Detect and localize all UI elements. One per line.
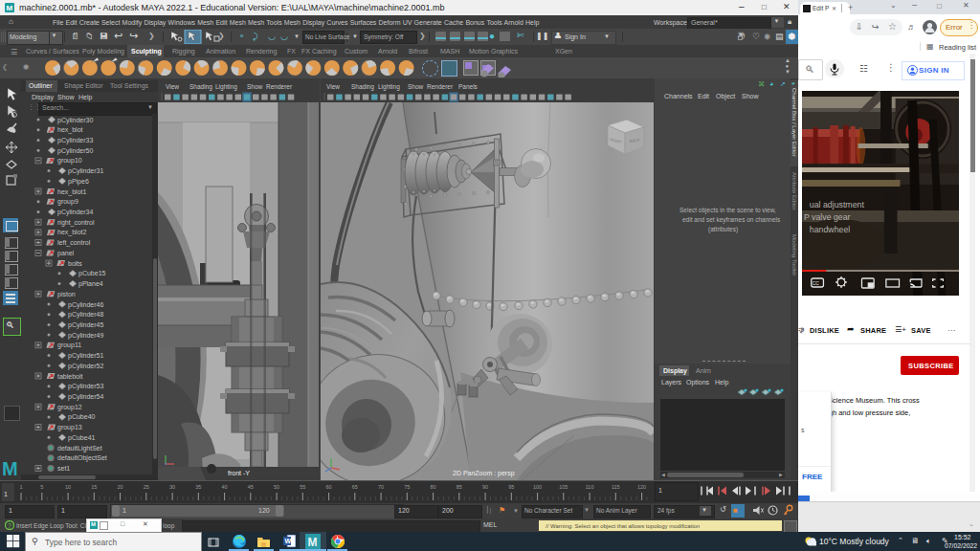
- svg-text:pPlane4: pPlane4: [78, 280, 103, 288]
- svg-text:110: 110: [586, 484, 594, 490]
- svg-text:pCylinder54: pCylinder54: [68, 393, 103, 401]
- svg-text:55: 55: [300, 484, 305, 490]
- svg-text:set1: set1: [57, 465, 70, 472]
- svg-text:70: 70: [378, 484, 384, 490]
- svg-text:P valve gear: P valve gear: [804, 212, 851, 222]
- svg-text:pCylinder31: pCylinder31: [68, 167, 103, 175]
- svg-text:100: 100: [533, 484, 542, 490]
- svg-text:group13: group13: [57, 424, 82, 431]
- svg-text:piston: piston: [57, 291, 76, 298]
- svg-text:defaultObjectSet: defaultObjectSet: [57, 454, 107, 462]
- svg-text:hex_blot: hex_blot: [57, 126, 83, 134]
- svg-text:pCylinder45: pCylinder45: [68, 321, 103, 329]
- svg-text:front -Y: front -Y: [228, 470, 250, 476]
- svg-text:hex_blot2: hex_blot2: [57, 229, 86, 236]
- svg-text:right_control: right_control: [57, 219, 95, 227]
- svg-text:group9: group9: [57, 198, 78, 206]
- svg-text:pCylinder46: pCylinder46: [68, 301, 103, 309]
- svg-text:group12: group12: [57, 404, 82, 411]
- svg-text:115: 115: [612, 484, 620, 490]
- svg-text:30: 30: [169, 484, 175, 490]
- svg-text:pCube15: pCube15: [78, 270, 106, 277]
- svg-text:pCylinder51: pCylinder51: [68, 352, 103, 360]
- svg-text:?: ?: [8, 522, 11, 529]
- svg-text:CC: CC: [813, 281, 819, 286]
- svg-text:pCylinder52: pCylinder52: [68, 363, 103, 370]
- svg-text:pCube41: pCube41: [68, 434, 96, 442]
- svg-text:handwheel: handwheel: [810, 225, 850, 234]
- svg-text:group11: group11: [57, 342, 81, 349]
- svg-text:group10: group10: [57, 157, 82, 165]
- svg-text:pCylinder48: pCylinder48: [68, 311, 103, 319]
- svg-text:75: 75: [404, 484, 410, 490]
- svg-text:pCylinder49: pCylinder49: [68, 332, 103, 340]
- svg-text:pPipe6: pPipe6: [68, 178, 89, 186]
- svg-text:20: 20: [117, 484, 122, 490]
- svg-text:65: 65: [352, 484, 358, 490]
- svg-text:hex_blot1: hex_blot1: [57, 188, 86, 196]
- svg-text:25: 25: [144, 484, 149, 490]
- svg-text:W: W: [285, 538, 292, 544]
- svg-text:pCylinder34: pCylinder34: [57, 209, 93, 216]
- svg-text:tablebolt: tablebolt: [57, 373, 83, 380]
- svg-text:105: 105: [559, 484, 568, 490]
- svg-text:80: 80: [431, 484, 436, 490]
- svg-text:10: 10: [65, 484, 71, 490]
- svg-text:defaultLightSet: defaultLightSet: [57, 445, 102, 452]
- svg-text:2D PanZoom : persp: 2D PanZoom : persp: [453, 470, 515, 477]
- svg-text:pCylinder30: pCylinder30: [57, 117, 93, 124]
- svg-text:120: 120: [637, 484, 646, 490]
- svg-text:95: 95: [508, 484, 514, 490]
- svg-text:1: 1: [19, 484, 22, 490]
- svg-text:85: 85: [457, 484, 462, 490]
- svg-text:5: 5: [40, 484, 43, 490]
- svg-text:left_control: left_control: [57, 239, 91, 247]
- svg-text:pCylinder33: pCylinder33: [57, 137, 93, 144]
- svg-text:15: 15: [91, 484, 97, 490]
- svg-text:bolts: bolts: [68, 260, 82, 267]
- svg-text:50: 50: [274, 484, 279, 490]
- svg-text:1: 1: [4, 491, 8, 497]
- svg-text:40: 40: [222, 484, 228, 490]
- svg-text:pCube40: pCube40: [68, 413, 96, 421]
- svg-text:panel: panel: [57, 250, 75, 257]
- svg-text:ual adjustment: ual adjustment: [810, 200, 865, 209]
- svg-text:60: 60: [326, 484, 332, 490]
- svg-text:35: 35: [195, 484, 201, 490]
- svg-text:M: M: [2, 458, 18, 479]
- svg-text:45: 45: [248, 484, 254, 490]
- svg-text:90: 90: [482, 484, 488, 490]
- svg-text:pCylinder53: pCylinder53: [68, 383, 103, 390]
- svg-text:pCylinder50: pCylinder50: [57, 147, 93, 155]
